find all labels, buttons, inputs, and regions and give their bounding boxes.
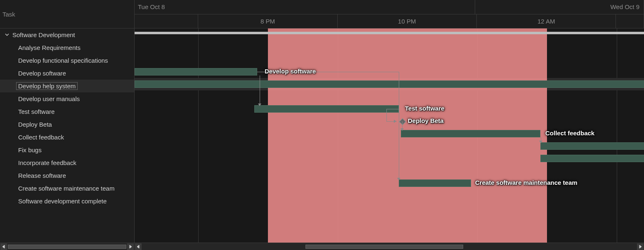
task-row[interactable]: Develop user manuals (0, 92, 134, 105)
task-name: Develop help system (16, 82, 78, 90)
task-name: Develop software (18, 70, 66, 77)
task-bar[interactable] (540, 142, 644, 150)
scroll-left-button[interactable] (0, 243, 7, 250)
task-bar-label: Create software maintenance team (475, 179, 578, 186)
dependency-arrow-icon (539, 141, 542, 143)
dependency-arrow-icon (397, 178, 400, 180)
dependency-line (257, 72, 399, 72)
dependency-arrow-icon (400, 128, 404, 131)
task-name: Fix bugs (18, 146, 42, 153)
task-row[interactable]: Collect feedback (0, 131, 134, 144)
task-bar[interactable] (135, 68, 257, 75)
svg-marker-2 (137, 245, 139, 248)
dependency-arrow-icon (394, 120, 396, 123)
task-row[interactable]: Release software (0, 169, 134, 182)
svg-marker-0 (2, 245, 5, 248)
task-column-label: Task (2, 11, 15, 18)
summary-bar[interactable] (135, 32, 644, 34)
grid-line (198, 28, 199, 243)
timeline-pane: Tue Oct 8Wed Oct 9 8 PM10 PM12 AM Develo… (135, 0, 644, 243)
day-header: Wed Oct 9 (475, 0, 644, 14)
task-bar[interactable] (254, 105, 399, 113)
day-header: Tue Oct 8 (135, 0, 475, 14)
timeline-header: Tue Oct 8Wed Oct 9 8 PM10 PM12 AM (135, 0, 644, 28)
task-name: Incorporate feedback (18, 159, 76, 166)
scroll-right-button[interactable] (127, 243, 134, 250)
task-row[interactable]: Create software maintenance team (0, 182, 134, 195)
task-row[interactable]: Develop help system (0, 80, 134, 92)
task-row[interactable]: Develop software (0, 67, 134, 80)
svg-marker-1 (130, 245, 132, 248)
task-row[interactable]: Incorporate feedback (0, 156, 134, 169)
task-name: Software development complete (18, 198, 107, 205)
task-bar-label: Collect feedback (545, 130, 594, 137)
dependency-line (386, 109, 399, 109)
scroll-thumb[interactable] (8, 245, 126, 249)
task-row[interactable]: Develop functional specifications (0, 54, 134, 67)
hour-header: 8 PM (198, 14, 337, 28)
task-name: Analyse Requirements (18, 44, 80, 51)
task-name: Software Development (12, 31, 75, 38)
gantt-chart[interactable]: Develop softwareTest softwareDeploy Beta… (135, 28, 644, 243)
dependency-line (386, 109, 387, 121)
scroll-thumb[interactable] (305, 245, 464, 249)
task-column-header[interactable]: Task (0, 0, 134, 28)
task-name: Create software maintenance team (18, 185, 114, 192)
task-bar[interactable] (540, 155, 644, 162)
hour-header (616, 14, 644, 28)
task-row[interactable]: Test software (0, 105, 134, 118)
hour-header: 12 AM (477, 14, 616, 28)
main-area: Task Software DevelopmentAnalyse Require… (0, 0, 644, 243)
dependency-arrow-icon (258, 104, 261, 106)
scroll-left-button[interactable] (135, 243, 142, 250)
task-bar[interactable] (401, 130, 540, 137)
timeline-scrollbar[interactable] (135, 243, 644, 250)
task-row[interactable]: Software development complete (0, 195, 134, 208)
task-list-scrollbar[interactable] (0, 243, 135, 250)
task-row[interactable]: Deploy Beta (0, 118, 134, 131)
task-row[interactable]: Analyse Requirements (0, 41, 134, 54)
hour-header (135, 14, 198, 28)
task-bar[interactable] (135, 80, 644, 88)
task-bar-label: Develop software (265, 68, 316, 75)
scrollbar-row (0, 243, 644, 250)
timeline-hour-row: 8 PM10 PM12 AM (135, 14, 644, 28)
dependency-line (260, 75, 260, 105)
task-bar-label: Deploy Beta (408, 117, 444, 124)
grid-line (617, 28, 617, 243)
task-name: Test software (18, 108, 54, 115)
task-list-pane: Task Software DevelopmentAnalyse Require… (0, 0, 135, 243)
scroll-track[interactable] (142, 245, 636, 249)
task-name: Collect feedback (18, 134, 64, 141)
task-row[interactable]: Software Development (0, 28, 134, 41)
hour-header: 10 PM (338, 14, 477, 28)
task-bar-label: Test software (405, 105, 445, 112)
dependency-line (399, 72, 399, 179)
task-name: Develop user manuals (18, 95, 80, 102)
task-row[interactable]: Fix bugs (0, 144, 134, 156)
task-tree[interactable]: Software DevelopmentAnalyse Requirements… (0, 28, 134, 243)
task-bar[interactable] (399, 179, 471, 187)
gantt-root: Task Software DevelopmentAnalyse Require… (0, 0, 644, 250)
task-name: Deploy Beta (18, 121, 52, 128)
task-name: Release software (18, 172, 66, 179)
scroll-right-button[interactable] (637, 243, 644, 250)
timeline-day-row: Tue Oct 8Wed Oct 9 (135, 0, 644, 14)
chevron-down-icon[interactable] (4, 32, 10, 38)
task-name: Develop functional specifications (18, 57, 108, 64)
svg-marker-3 (639, 245, 642, 248)
scroll-track[interactable] (8, 245, 126, 249)
